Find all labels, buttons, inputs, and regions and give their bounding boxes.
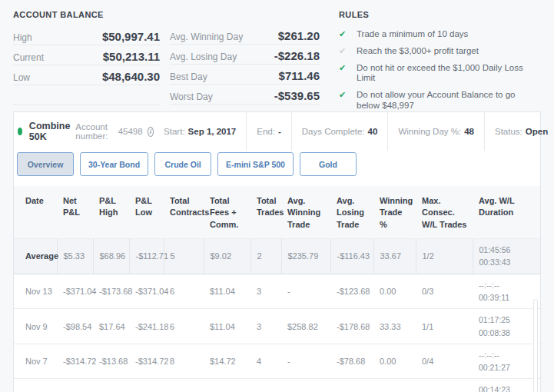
stat-label: Low bbox=[13, 72, 30, 83]
stat-label: Avg. Winning Day bbox=[170, 32, 243, 42]
data-cell: -$173.68 bbox=[93, 274, 129, 309]
duration-cell: 01:17:2500:08:38 bbox=[473, 309, 540, 344]
column-header-avg-w-l-duration: Avg. W/L Duration bbox=[473, 186, 540, 239]
check-icon: ✔ bbox=[339, 63, 348, 73]
column-header-avg-losing-trade: Avg. Losing Trade bbox=[330, 186, 373, 239]
stat-row: Best Day$711.46 bbox=[170, 65, 320, 85]
column-header-total-fees-comm: Total Fees + Comm. bbox=[204, 186, 250, 239]
data-cell: $262.64 bbox=[57, 379, 93, 392]
bar-segment-winning-day: Winning Day %:48 bbox=[387, 112, 484, 151]
tab-30-year-bond[interactable]: 30-Year Bond bbox=[80, 152, 148, 176]
data-cell: - bbox=[281, 274, 330, 309]
stat-row: Avg. Winning Day$261.20 bbox=[170, 25, 320, 45]
data-cell: -$112.71 bbox=[129, 239, 164, 274]
data-cell: $11.04 bbox=[204, 309, 250, 344]
duration-line: --:--:-- bbox=[479, 349, 536, 361]
data-cell: -$371.04 bbox=[129, 274, 164, 309]
stat-label: Current bbox=[13, 52, 44, 63]
tab-gold[interactable]: Gold bbox=[300, 152, 357, 176]
data-cell: $9.02 bbox=[204, 239, 250, 274]
date-cell: Nov 13 bbox=[14, 274, 57, 309]
data-cell: 33.67 bbox=[373, 239, 416, 274]
data-cell: $14.72 bbox=[204, 344, 250, 379]
data-cell: 1/1 bbox=[416, 309, 473, 344]
data-cell: 0.00 bbox=[373, 344, 416, 379]
data-cell: 3 bbox=[250, 309, 281, 344]
duration-cell: 00:14:2300:44:15 bbox=[473, 379, 540, 392]
tab-overview[interactable]: Overview bbox=[17, 152, 74, 176]
data-cell: $258.82 bbox=[281, 309, 330, 344]
column-header-p-l-low: P&L Low bbox=[129, 186, 164, 239]
duration-line: 01:17:25 bbox=[479, 314, 536, 326]
stat-label: Avg. Losing Day bbox=[170, 51, 237, 62]
column-header-total-contracts: Total Contracts bbox=[164, 186, 204, 239]
stat-row: Low$48,640.30 bbox=[13, 65, 160, 85]
column-header-date: Date bbox=[14, 186, 57, 239]
data-cell: 8 bbox=[164, 344, 204, 379]
stat-row: Avg. Losing Day-$226.18 bbox=[170, 45, 320, 65]
product-tabs: Overview30-Year BondCrude OilE-mini S&P … bbox=[14, 151, 540, 176]
data-cell: 4 bbox=[250, 344, 281, 379]
duration-line: 00:14:23 bbox=[479, 384, 536, 392]
table-row: Nov 9-$98.54$17.64-$241.186$11.043$258.8… bbox=[14, 309, 540, 344]
data-cell: 1/1 bbox=[416, 379, 473, 392]
data-cell: $68.96 bbox=[93, 239, 129, 274]
column-header-avg-winning-trade: Avg. Winning Trade bbox=[281, 186, 330, 239]
bar-segment-end: End:- bbox=[246, 112, 291, 151]
daily-stats-table: DateNet P&LP&L HighP&L LowTotal Contract… bbox=[14, 186, 540, 392]
table-row: Nov 6$262.64$262.64-$173.684$7.362$436.3… bbox=[14, 379, 540, 392]
stat-value: $48,640.30 bbox=[102, 70, 160, 83]
data-cell: $7.36 bbox=[204, 379, 250, 392]
vertical-scrollbar[interactable] bbox=[533, 299, 538, 392]
table-body: Average$5.33$68.96-$112.715$9.022$235.79… bbox=[14, 239, 540, 392]
table-header-row: DateNet P&LP&L HighP&L LowTotal Contract… bbox=[14, 186, 540, 239]
account-card: Combine 50K Account number: 45498 i Star… bbox=[13, 111, 541, 392]
check-icon: ✔ bbox=[339, 46, 348, 56]
data-cell: 0/4 bbox=[416, 344, 473, 379]
data-cell: 6 bbox=[164, 274, 204, 309]
account-name: Combine 50K bbox=[29, 121, 70, 142]
duration-line: 00:21:27 bbox=[479, 361, 536, 374]
segment-value: 48 bbox=[464, 127, 474, 136]
data-cell: 0/3 bbox=[416, 274, 473, 309]
data-cell: $17.64 bbox=[93, 309, 129, 344]
segment-label: Winning Day %: bbox=[398, 127, 461, 136]
rule-text: Trade a minimum of 10 days bbox=[357, 29, 468, 40]
rule-text: Reach the $3,000+ profit target bbox=[357, 46, 479, 57]
stat-row: Current$50,213.11 bbox=[13, 45, 160, 65]
segment-label: Start: bbox=[164, 127, 184, 136]
data-cell: -$13.68 bbox=[93, 344, 129, 379]
stat-row bbox=[13, 85, 160, 105]
stat-row: High$50,997.41 bbox=[13, 25, 160, 45]
check-icon: ✔ bbox=[339, 90, 348, 100]
table-row: Nov 13-$371.04-$173.68-$371.046$11.043--… bbox=[14, 274, 540, 309]
bar-segment-days-complete: Days Complete:40 bbox=[291, 112, 388, 151]
info-icon[interactable]: i bbox=[148, 127, 154, 137]
account-balance-column: ACCOUNT BALANCE High$50,997.41Current$50… bbox=[13, 8, 160, 111]
duration-line: 00:08:38 bbox=[479, 327, 536, 339]
data-cell: 3 bbox=[250, 274, 281, 309]
duration-cell: --:--:--00:39:11 bbox=[473, 274, 540, 309]
data-cell: 6 bbox=[164, 309, 204, 344]
account-number: 45498 bbox=[118, 127, 143, 136]
data-cell: -$116.43 bbox=[330, 239, 373, 274]
date-cell: Nov 7 bbox=[14, 344, 57, 379]
day-stats-column: Avg. Winning Day$261.20Avg. Losing Day-$… bbox=[170, 8, 320, 111]
tab-crude-oil[interactable]: Crude Oil bbox=[154, 152, 211, 176]
tab-e-mini-s-p-500[interactable]: E-mini S&P 500 bbox=[217, 152, 294, 176]
data-cell: -$241.18 bbox=[129, 309, 164, 344]
stats-rules-section: ACCOUNT BALANCE High$50,997.41Current$50… bbox=[0, 0, 554, 111]
data-cell: 50.00 bbox=[373, 379, 416, 392]
date-cell: Nov 6 bbox=[14, 379, 57, 392]
rule-text: Do not hit or exceed the $1,000 Daily Lo… bbox=[357, 63, 540, 85]
date-cell: Average bbox=[14, 239, 57, 274]
data-cell: -$314.72 bbox=[129, 344, 164, 379]
rule-item: ✔Reach the $3,000+ profit target bbox=[339, 46, 540, 57]
date-cell: Nov 9 bbox=[14, 309, 57, 344]
stat-value: -$539.65 bbox=[274, 89, 320, 102]
data-cell: -$371.04 bbox=[57, 274, 93, 309]
account-stats-segments: Start:Sep 1, 2017End:-Days Complete:40Wi… bbox=[154, 112, 554, 151]
stat-label: Worst Day bbox=[170, 91, 213, 102]
duration-line: 01:45:56 bbox=[479, 244, 536, 256]
data-cell: $436.32 bbox=[281, 379, 330, 392]
